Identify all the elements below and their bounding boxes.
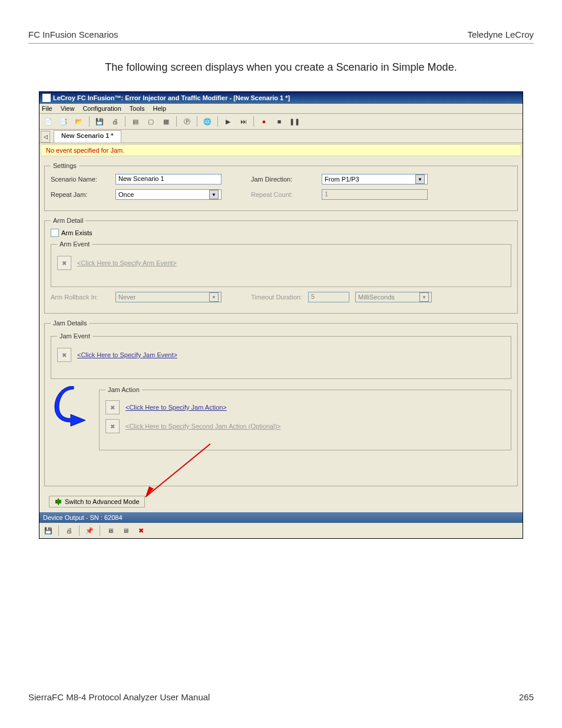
- toolbar-sep: [89, 116, 90, 127]
- toolbar-save-icon[interactable]: 💾: [93, 115, 106, 128]
- tab-scroll-left-icon[interactable]: ◁: [41, 131, 50, 143]
- repeat-count-label: Repeat Count:: [251, 191, 316, 198]
- toolbar-p-icon[interactable]: Ⓟ: [180, 115, 193, 128]
- toolbar-pause-icon[interactable]: ❚❚: [288, 115, 301, 128]
- chevron-down-icon: ▼: [415, 174, 425, 184]
- arm-detail-group: Arm Detail Arm Exists Arm Event ✖ <Click…: [44, 217, 518, 314]
- timeout-duration-label: Timeout Duration:: [251, 294, 302, 301]
- settings-group: Settings Scenario Name: New Scenario 1 J…: [44, 162, 518, 211]
- scenario-tab[interactable]: New Scenario 1 *: [54, 130, 121, 143]
- page-header-right: Teledyne LeCroy: [467, 29, 534, 39]
- jam-details-group: Jam Details Jam Event ✖ <Click Here to S…: [44, 319, 518, 486]
- repeat-count-input: 1: [322, 189, 428, 200]
- switch-advanced-mode-label: Switch to Advanced Mode: [65, 498, 140, 505]
- page-footer-left: SierraFC M8-4 Protocol Analyzer User Man…: [28, 692, 210, 702]
- switch-mode-icon: [54, 498, 62, 506]
- specify-second-jam-action-link[interactable]: <Click Here to Specify Second Jam Action…: [125, 423, 281, 430]
- specify-jam-action-link[interactable]: <Click Here to Specify Jam Action>: [125, 404, 227, 411]
- arm-rollback-value: Never: [118, 294, 135, 301]
- main-toolbar: 📄 📑 📂 💾 🖨 ▤ ▢ ▦ Ⓟ 🌐 ▶ ⏭ ● ■ ❚❚: [39, 114, 523, 130]
- toolbar-print-icon[interactable]: 🖨: [108, 115, 121, 128]
- timeout-unit-value: MilliSeconds: [358, 294, 395, 301]
- toolbar-record-icon[interactable]: ●: [257, 115, 270, 128]
- scenario-name-label: Scenario Name:: [51, 176, 110, 183]
- jam-action-legend: Jam Action: [105, 386, 142, 393]
- menu-file[interactable]: File: [42, 105, 52, 112]
- repeat-jam-select[interactable]: Once ▼: [115, 189, 222, 200]
- toolbar-list-icon[interactable]: ▤: [129, 115, 142, 128]
- page-footer-right: 265: [519, 692, 534, 702]
- jam-action-group: Jam Action ✖ <Click Here to Specify Jam …: [99, 386, 511, 450]
- app-icon: [42, 94, 51, 102]
- warning-bar: No event specified for Jam.: [41, 144, 521, 156]
- timeout-duration-input: 5: [308, 292, 349, 302]
- arm-event-group: Arm Event ✖ <Click Here to Specify Arm E…: [51, 241, 511, 287]
- title-bar: LeCroy FC InFusion™: Error Injector and …: [39, 92, 523, 104]
- toolbar-sep: [125, 116, 125, 127]
- toolbar-step-icon[interactable]: ⏭: [237, 115, 250, 128]
- jam-details-legend: Jam Details: [51, 319, 89, 327]
- arm-exists-checkbox[interactable]: [51, 229, 59, 237]
- output-toolbar: 💾 🖨 📌 🖥 🖥 ✖: [39, 523, 523, 538]
- chevron-down-icon: ▼: [209, 292, 219, 302]
- window-title: LeCroy FC InFusion™: Error Injector and …: [53, 94, 290, 101]
- toolbar-sep: [100, 525, 100, 536]
- scenario-name-input[interactable]: New Scenario 1: [115, 174, 222, 185]
- arm-exists-label: Arm Exists: [61, 229, 92, 236]
- toolbar-copy-icon[interactable]: 📑: [57, 115, 70, 128]
- toolbar-play-icon[interactable]: ▶: [222, 115, 234, 128]
- specify-arm-event-link[interactable]: <Click Here to Specify Arm Event>: [77, 259, 177, 266]
- menu-tools[interactable]: Tools: [130, 105, 145, 112]
- toolbar-stop-icon[interactable]: ■: [273, 115, 286, 128]
- jam-direction-label: Jam Direction:: [251, 176, 316, 183]
- intro-text: The following screen displays when you c…: [28, 61, 534, 74]
- toolbar-new-icon[interactable]: 📄: [42, 115, 55, 128]
- delete-icon[interactable]: ✖: [57, 256, 71, 270]
- toolbar-open-icon[interactable]: 📂: [72, 115, 85, 128]
- page-header-left: FC InFusion Scenarios: [28, 29, 118, 39]
- delete-icon[interactable]: ✖: [105, 400, 120, 414]
- jam-event-legend: Jam Event: [57, 332, 92, 340]
- toolbar-sep: [217, 116, 218, 127]
- settings-legend: Settings: [51, 162, 79, 169]
- toolbar-sep: [176, 116, 177, 127]
- toolbar-sep: [79, 525, 80, 536]
- status-bar: Device Output - SN : 62084: [39, 512, 523, 523]
- arm-rollback-label: Arm Rollback In:: [51, 294, 110, 301]
- arm-event-legend: Arm Event: [57, 241, 92, 248]
- tab-strip: ◁ New Scenario 1 *: [39, 130, 523, 143]
- menu-configuration[interactable]: Configuration: [82, 105, 121, 112]
- output-print-icon[interactable]: 🖨: [62, 524, 75, 537]
- delete-icon[interactable]: ✖: [105, 419, 120, 433]
- output-monitor-icon[interactable]: 🖥: [104, 524, 117, 537]
- repeat-jam-value: Once: [118, 191, 134, 198]
- arm-rollback-select: Never ▼: [115, 292, 222, 302]
- menu-view[interactable]: View: [61, 105, 75, 112]
- chevron-down-icon: ▼: [209, 190, 219, 199]
- jam-direction-value: From P1/P3: [325, 176, 359, 183]
- toolbar-sep: [253, 116, 254, 127]
- specify-jam-event-link[interactable]: <Click Here to Specify Jam Event>: [77, 351, 177, 358]
- menu-bar: File View Configuration Tools Help: [39, 104, 523, 114]
- toolbar-sep: [58, 525, 59, 536]
- menu-help[interactable]: Help: [153, 105, 167, 112]
- switch-advanced-mode-button[interactable]: Switch to Advanced Mode: [49, 496, 145, 508]
- jam-event-group: Jam Event ✖ <Click Here to Specify Jam E…: [51, 332, 511, 379]
- arm-detail-legend: Arm Detail: [51, 217, 85, 224]
- timeout-unit-select: MilliSeconds ▼: [355, 292, 432, 302]
- flow-arrow-icon: [53, 386, 94, 427]
- repeat-jam-label: Repeat Jam:: [51, 191, 110, 198]
- output-save-icon[interactable]: 💾: [42, 524, 55, 537]
- toolbar-window-icon[interactable]: ▢: [144, 115, 157, 128]
- toolbar-globe-icon[interactable]: 🌐: [201, 115, 214, 128]
- chevron-down-icon: ▼: [419, 292, 429, 302]
- output-pin-icon[interactable]: 📌: [83, 524, 96, 537]
- jam-direction-select[interactable]: From P1/P3 ▼: [322, 174, 428, 185]
- output-monitor2-icon[interactable]: 🖥: [119, 524, 132, 537]
- app-window: LeCroy FC InFusion™: Error Injector and …: [39, 91, 523, 539]
- toolbar-library-icon[interactable]: ▦: [160, 115, 173, 128]
- output-clear-icon[interactable]: ✖: [134, 524, 147, 537]
- toolbar-sep: [197, 116, 197, 127]
- delete-icon[interactable]: ✖: [57, 348, 71, 362]
